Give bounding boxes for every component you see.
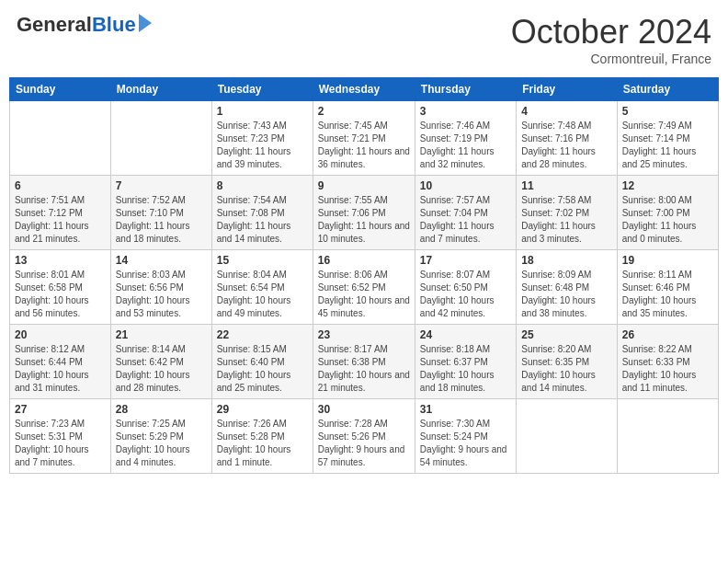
day-number: 14 bbox=[116, 254, 207, 267]
day-info: Sunrise: 8:22 AMSunset: 6:33 PMDaylight:… bbox=[622, 343, 713, 395]
calendar-week-2: 6Sunrise: 7:51 AMSunset: 7:12 PMDaylight… bbox=[10, 176, 719, 250]
day-number: 25 bbox=[521, 328, 611, 341]
calendar-cell: 26Sunrise: 8:22 AMSunset: 6:33 PMDayligh… bbox=[617, 325, 718, 399]
day-info: Sunrise: 8:11 AMSunset: 6:46 PMDaylight:… bbox=[622, 269, 713, 320]
location: Cormontreuil, France bbox=[511, 52, 711, 66]
calendar-cell: 28Sunrise: 7:25 AMSunset: 5:29 PMDayligh… bbox=[110, 399, 211, 474]
day-info: Sunrise: 7:23 AMSunset: 5:31 PMDaylight:… bbox=[15, 418, 106, 469]
calendar-cell: 20Sunrise: 8:12 AMSunset: 6:44 PMDayligh… bbox=[10, 325, 111, 399]
day-number: 28 bbox=[116, 403, 207, 416]
day-info: Sunrise: 7:58 AMSunset: 7:02 PMDaylight:… bbox=[521, 194, 611, 246]
calendar-week-5: 27Sunrise: 7:23 AMSunset: 5:31 PMDayligh… bbox=[10, 399, 719, 474]
day-number: 17 bbox=[420, 254, 511, 267]
weekday-header-saturday: Saturday bbox=[617, 78, 718, 101]
day-number: 22 bbox=[217, 328, 308, 341]
day-info: Sunrise: 7:57 AMSunset: 7:04 PMDaylight:… bbox=[420, 194, 511, 246]
calendar-cell: 7Sunrise: 7:52 AMSunset: 7:10 PMDaylight… bbox=[110, 176, 211, 250]
day-number: 15 bbox=[217, 254, 308, 267]
calendar-cell: 6Sunrise: 7:51 AMSunset: 7:12 PMDaylight… bbox=[10, 176, 111, 250]
logo: General Blue bbox=[17, 13, 152, 37]
day-info: Sunrise: 7:28 AMSunset: 5:26 PMDaylight:… bbox=[318, 418, 410, 469]
calendar-cell: 12Sunrise: 8:00 AMSunset: 7:00 PMDayligh… bbox=[617, 176, 718, 250]
day-info: Sunrise: 7:45 AMSunset: 7:21 PMDaylight:… bbox=[318, 120, 410, 171]
day-number: 31 bbox=[420, 403, 511, 416]
page-header: General Blue October 2024 Cormontreuil, … bbox=[9, 9, 719, 70]
day-number: 2 bbox=[318, 105, 410, 118]
calendar-cell: 5Sunrise: 7:49 AMSunset: 7:14 PMDaylight… bbox=[617, 101, 718, 176]
calendar-cell bbox=[617, 399, 718, 474]
calendar-cell: 21Sunrise: 8:14 AMSunset: 6:42 PMDayligh… bbox=[110, 325, 211, 399]
day-number: 30 bbox=[318, 403, 410, 416]
day-info: Sunrise: 7:51 AMSunset: 7:12 PMDaylight:… bbox=[15, 194, 106, 246]
day-info: Sunrise: 8:15 AMSunset: 6:40 PMDaylight:… bbox=[217, 343, 308, 395]
day-number: 11 bbox=[521, 179, 611, 192]
day-info: Sunrise: 8:12 AMSunset: 6:44 PMDaylight:… bbox=[15, 343, 106, 395]
calendar-cell: 10Sunrise: 7:57 AMSunset: 7:04 PMDayligh… bbox=[415, 176, 516, 250]
weekday-header-friday: Friday bbox=[517, 78, 617, 101]
day-number: 20 bbox=[15, 328, 106, 341]
calendar-cell: 17Sunrise: 8:07 AMSunset: 6:50 PMDayligh… bbox=[415, 250, 516, 325]
calendar-week-3: 13Sunrise: 8:01 AMSunset: 6:58 PMDayligh… bbox=[10, 250, 719, 325]
day-number: 12 bbox=[622, 179, 713, 192]
calendar-cell: 25Sunrise: 8:20 AMSunset: 6:35 PMDayligh… bbox=[517, 325, 617, 399]
calendar-cell: 11Sunrise: 7:58 AMSunset: 7:02 PMDayligh… bbox=[517, 176, 617, 250]
day-number: 23 bbox=[318, 328, 410, 341]
day-number: 29 bbox=[217, 403, 308, 416]
calendar-cell: 13Sunrise: 8:01 AMSunset: 6:58 PMDayligh… bbox=[10, 250, 111, 325]
logo-blue: Blue bbox=[92, 13, 136, 37]
day-number: 21 bbox=[116, 328, 207, 341]
calendar-cell: 22Sunrise: 8:15 AMSunset: 6:40 PMDayligh… bbox=[211, 325, 313, 399]
day-number: 19 bbox=[622, 254, 713, 267]
calendar-week-4: 20Sunrise: 8:12 AMSunset: 6:44 PMDayligh… bbox=[10, 325, 719, 399]
day-info: Sunrise: 8:17 AMSunset: 6:38 PMDaylight:… bbox=[318, 343, 410, 395]
title-area: October 2024 Cormontreuil, France bbox=[511, 13, 711, 66]
day-info: Sunrise: 8:00 AMSunset: 7:00 PMDaylight:… bbox=[622, 194, 713, 246]
day-info: Sunrise: 8:07 AMSunset: 6:50 PMDaylight:… bbox=[420, 269, 511, 320]
day-number: 7 bbox=[116, 179, 207, 192]
weekday-header-tuesday: Tuesday bbox=[211, 78, 313, 101]
calendar-cell bbox=[517, 399, 617, 474]
day-info: Sunrise: 7:48 AMSunset: 7:16 PMDaylight:… bbox=[521, 120, 611, 171]
calendar-cell: 27Sunrise: 7:23 AMSunset: 5:31 PMDayligh… bbox=[10, 399, 111, 474]
day-info: Sunrise: 8:04 AMSunset: 6:54 PMDaylight:… bbox=[217, 269, 308, 320]
day-number: 3 bbox=[420, 105, 511, 118]
day-info: Sunrise: 8:20 AMSunset: 6:35 PMDaylight:… bbox=[521, 343, 611, 395]
calendar-cell: 24Sunrise: 8:18 AMSunset: 6:37 PMDayligh… bbox=[415, 325, 516, 399]
day-number: 6 bbox=[15, 179, 106, 192]
day-number: 4 bbox=[521, 105, 611, 118]
day-info: Sunrise: 7:43 AMSunset: 7:23 PMDaylight:… bbox=[217, 120, 308, 171]
calendar-cell: 23Sunrise: 8:17 AMSunset: 6:38 PMDayligh… bbox=[313, 325, 415, 399]
day-info: Sunrise: 8:03 AMSunset: 6:56 PMDaylight:… bbox=[116, 269, 207, 320]
calendar-cell: 29Sunrise: 7:26 AMSunset: 5:28 PMDayligh… bbox=[211, 399, 313, 474]
day-number: 8 bbox=[217, 179, 308, 192]
day-info: Sunrise: 8:18 AMSunset: 6:37 PMDaylight:… bbox=[420, 343, 511, 395]
logo-arrow-icon bbox=[139, 14, 152, 32]
weekday-header-sunday: Sunday bbox=[10, 78, 111, 101]
calendar-cell: 31Sunrise: 7:30 AMSunset: 5:24 PMDayligh… bbox=[415, 399, 516, 474]
day-number: 9 bbox=[318, 179, 410, 192]
day-number: 16 bbox=[318, 254, 410, 267]
calendar-table: SundayMondayTuesdayWednesdayThursdayFrid… bbox=[9, 77, 719, 474]
day-number: 26 bbox=[622, 328, 713, 341]
day-info: Sunrise: 7:26 AMSunset: 5:28 PMDaylight:… bbox=[217, 418, 308, 469]
calendar-cell: 18Sunrise: 8:09 AMSunset: 6:48 PMDayligh… bbox=[517, 250, 617, 325]
day-number: 18 bbox=[521, 254, 611, 267]
day-info: Sunrise: 8:14 AMSunset: 6:42 PMDaylight:… bbox=[116, 343, 207, 395]
calendar-cell: 2Sunrise: 7:45 AMSunset: 7:21 PMDaylight… bbox=[313, 101, 415, 176]
day-number: 1 bbox=[217, 105, 308, 118]
day-info: Sunrise: 7:55 AMSunset: 7:06 PMDaylight:… bbox=[318, 194, 410, 246]
calendar-cell: 9Sunrise: 7:55 AMSunset: 7:06 PMDaylight… bbox=[313, 176, 415, 250]
logo-general: General bbox=[17, 13, 92, 37]
calendar-cell: 8Sunrise: 7:54 AMSunset: 7:08 PMDaylight… bbox=[211, 176, 313, 250]
calendar-cell: 30Sunrise: 7:28 AMSunset: 5:26 PMDayligh… bbox=[313, 399, 415, 474]
calendar-cell: 14Sunrise: 8:03 AMSunset: 6:56 PMDayligh… bbox=[110, 250, 211, 325]
day-info: Sunrise: 7:52 AMSunset: 7:10 PMDaylight:… bbox=[116, 194, 207, 246]
calendar-cell bbox=[10, 101, 111, 176]
day-info: Sunrise: 7:30 AMSunset: 5:24 PMDaylight:… bbox=[420, 418, 511, 469]
day-number: 13 bbox=[15, 254, 106, 267]
weekday-header-thursday: Thursday bbox=[415, 78, 516, 101]
day-info: Sunrise: 7:25 AMSunset: 5:29 PMDaylight:… bbox=[116, 418, 207, 469]
calendar-body: 1Sunrise: 7:43 AMSunset: 7:23 PMDaylight… bbox=[10, 101, 719, 474]
calendar-cell bbox=[110, 101, 211, 176]
day-number: 24 bbox=[420, 328, 511, 341]
